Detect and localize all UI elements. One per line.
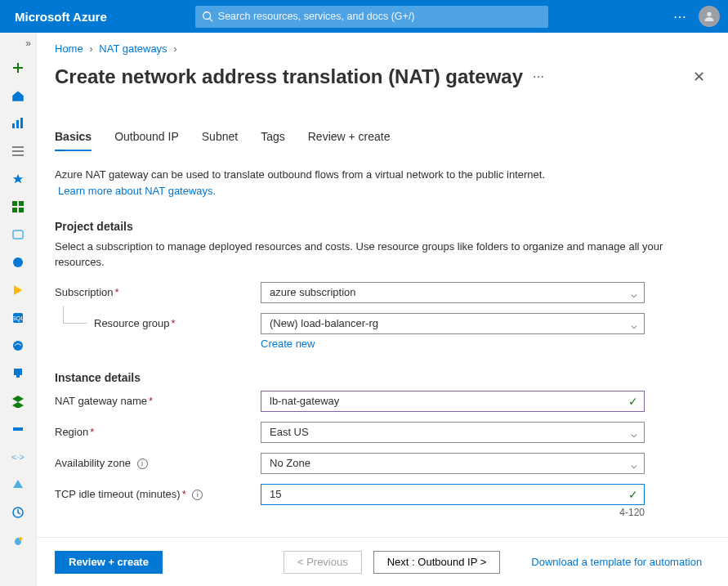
resource-group-select[interactable]: (New) load-balancer-rg ⌵ (261, 313, 645, 334)
sidebar-resource-groups[interactable] (9, 198, 27, 216)
wizard-footer: Review + create < Previous Next : Outbou… (37, 537, 728, 586)
tab-outbound-ip[interactable]: Outbound IP (114, 130, 179, 151)
breadcrumb-home[interactable]: Home (55, 42, 83, 55)
info-icon[interactable]: i (137, 459, 148, 469)
search-input[interactable] (218, 11, 542, 22)
tab-basics[interactable]: Basics (55, 130, 92, 151)
chevron-down-icon: ⌵ (631, 427, 637, 440)
tab-review-create[interactable]: Review + create (308, 130, 391, 151)
sidebar-item-11[interactable] (9, 337, 27, 355)
resource-group-label: Resource group* (55, 313, 261, 329)
region-label: Region* (55, 422, 261, 438)
instance-details-heading: Instance details (55, 371, 710, 384)
global-search[interactable] (195, 6, 548, 28)
nat-name-label: NAT gateway name* (55, 391, 261, 407)
sidebar-item-10[interactable]: SQL (9, 309, 27, 327)
sidebar-create[interactable] (9, 59, 27, 77)
svg-text:<·>: <·> (11, 452, 25, 462)
breadcrumb-sep: › (173, 42, 176, 55)
sidebar-item-16[interactable] (9, 476, 27, 494)
intro-body: Azure NAT gateway can be used to transla… (55, 168, 545, 181)
info-icon[interactable]: i (192, 490, 203, 500)
next-button[interactable]: Next : Outbound IP > (373, 551, 501, 574)
sidebar-home[interactable] (9, 87, 27, 105)
person-icon (703, 10, 716, 23)
download-template-link[interactable]: Download a template for automation (531, 556, 702, 568)
sidebar-item-12[interactable] (9, 365, 27, 382)
top-header: Microsoft Azure ⋯ (0, 0, 728, 33)
svg-rect-5 (12, 123, 15, 128)
main-pane: Home › NAT gateways › Create network add… (37, 33, 728, 586)
svg-rect-12 (19, 201, 24, 206)
check-icon: ✓ (628, 395, 638, 408)
sidebar-all-services[interactable] (9, 142, 27, 160)
svg-rect-20 (14, 369, 22, 375)
nat-gateway-name-input[interactable] (261, 391, 645, 412)
sidebar-item-9[interactable] (9, 281, 27, 299)
previous-button: < Previous (284, 551, 362, 574)
search-icon (202, 11, 213, 22)
chevron-down-icon: ⌵ (631, 459, 637, 471)
svg-rect-6 (16, 120, 19, 128)
svg-rect-14 (19, 208, 24, 212)
svg-point-25 (19, 537, 22, 540)
wizard-tabs: Basics Outbound IP Subnet Tags Review + … (55, 130, 710, 152)
svg-rect-7 (20, 118, 23, 128)
breadcrumb: Home › NAT gateways › (37, 33, 728, 60)
project-details-sub: Select a subscription to manage deployed… (55, 239, 710, 271)
tab-subnet[interactable]: Subnet (202, 130, 238, 151)
breadcrumb-sep: › (89, 42, 92, 55)
sidebar-item-13[interactable] (9, 392, 27, 410)
resource-group-value: (New) load-balancer-rg (270, 317, 378, 329)
svg-rect-11 (12, 201, 17, 206)
header-more-icon[interactable]: ⋯ (673, 9, 687, 25)
availability-zone-select[interactable]: No Zone ⌵ (261, 453, 645, 474)
project-details-heading: Project details (55, 220, 710, 233)
page-title: Create network address translation (NAT)… (55, 65, 523, 88)
create-new-rg-link[interactable]: Create new (261, 338, 315, 350)
sidebar-item-18[interactable] (9, 531, 27, 549)
region-value: East US (270, 426, 309, 438)
check-icon: ✓ (628, 488, 638, 501)
svg-point-19 (13, 341, 23, 351)
region-select[interactable]: East US ⌵ (261, 422, 645, 443)
subscription-select[interactable]: azure subscription ⌵ (261, 282, 645, 303)
sidebar-item-17[interactable] (9, 503, 27, 521)
svg-rect-13 (12, 208, 17, 212)
svg-line-1 (209, 19, 212, 22)
tcp-timeout-label: TCP idle timeout (minutes)* i (55, 484, 261, 500)
chevron-down-icon: ⌵ (631, 319, 637, 331)
sidebar-item-7[interactable] (9, 226, 27, 244)
breadcrumb-nat-gateways[interactable]: NAT gateways (99, 42, 167, 55)
sidebar-item-15[interactable]: <·> (9, 448, 27, 466)
svg-point-2 (707, 12, 711, 16)
svg-text:SQL: SQL (11, 315, 25, 322)
chevron-down-icon: ⌵ (631, 288, 637, 300)
tcp-timeout-input[interactable] (261, 484, 645, 505)
intro-text: Azure NAT gateway can be used to transla… (55, 167, 710, 199)
sidebar-item-8[interactable] (9, 253, 27, 271)
left-sidebar: » SQL <·> (0, 33, 37, 586)
learn-more-link[interactable]: Learn more about NAT gateways. (58, 183, 216, 199)
svg-point-16 (13, 257, 23, 267)
svg-rect-22 (13, 427, 23, 431)
svg-rect-15 (13, 230, 23, 239)
availability-zone-label: Availability zone i (55, 453, 261, 469)
svg-rect-21 (16, 375, 20, 378)
user-avatar[interactable] (699, 6, 720, 27)
subscription-value: azure subscription (270, 286, 356, 298)
tcp-timeout-range: 4-120 (261, 507, 645, 518)
sidebar-expand-icon[interactable]: » (25, 38, 31, 49)
svg-point-0 (203, 12, 211, 20)
sidebar-favorites[interactable] (9, 170, 27, 188)
title-more-icon[interactable]: ⋯ (533, 70, 545, 83)
subscription-label: Subscription* (55, 282, 261, 298)
sidebar-dashboard[interactable] (9, 114, 27, 132)
availability-zone-value: No Zone (270, 457, 310, 469)
brand-logo[interactable]: Microsoft Azure (15, 10, 107, 24)
tab-tags[interactable]: Tags (261, 130, 285, 151)
close-button[interactable]: ✕ (688, 63, 710, 91)
review-create-button[interactable]: Review + create (55, 551, 163, 574)
sidebar-item-14[interactable] (9, 420, 27, 438)
